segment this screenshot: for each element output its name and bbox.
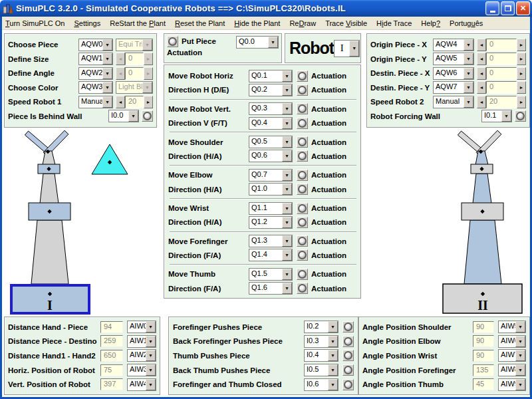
address-combo[interactable]: AQW5▼ [433,53,474,65]
arrow-left-icon[interactable]: ◄ [116,67,125,80]
chevron-down-icon[interactable]: ▼ [102,53,112,65]
address-combo[interactable]: I0.2▼ [304,321,338,333]
arrow-left-icon[interactable]: ◄ [477,96,486,108]
address-combo[interactable]: AQW1▼ [78,53,113,65]
menu-settings[interactable]: Settings [74,19,100,27]
chevron-down-icon[interactable]: ▼ [268,37,278,48]
arrow-right-icon[interactable]: ► [144,96,153,108]
chevron-down-icon[interactable]: ▼ [128,110,138,122]
address-combo[interactable]: AQW3▼ [78,81,113,94]
arrow-right-icon[interactable]: ► [517,96,526,108]
value-spinner[interactable]: ◄0► [116,67,153,80]
arrow-right-icon[interactable]: ► [517,81,526,94]
put-piece-address-combo[interactable]: Q0.0 ▼ [236,36,279,49]
chevron-down-icon[interactable]: ▼ [282,136,292,148]
value-spinner[interactable]: ◄0► [477,67,526,80]
close-button[interactable]: ✕ [516,1,530,15]
chevron-down-icon[interactable]: ▼ [282,203,292,214]
chevron-down-icon[interactable]: ▼ [282,170,292,181]
title-bar[interactable]: SimuPLC 3.2.0 - Simulated Cooperative Ro… [0,0,532,17]
address-combo[interactable]: AIW0▼ [127,321,156,333]
value-spinner[interactable]: ◄0► [477,81,526,94]
chevron-down-icon[interactable]: ▼ [146,350,156,361]
chevron-down-icon[interactable]: ▼ [282,103,292,114]
chevron-down-icon[interactable]: ▼ [282,269,292,280]
address-combo[interactable]: Q0.4▼ [249,117,293,130]
value-spinner[interactable]: ◄0► [116,53,153,65]
chevron-down-icon[interactable]: ▼ [515,364,525,376]
arrow-right-icon[interactable]: ► [144,67,153,80]
arrow-left-icon[interactable]: ◄ [477,39,486,51]
arrow-right-icon[interactable]: ► [517,53,526,65]
chevron-down-icon[interactable]: ▼ [515,321,525,332]
address-combo[interactable]: AQW4▼ [433,39,474,51]
value-spinner[interactable]: ◄0► [477,53,526,65]
chevron-down-icon[interactable]: ▼ [102,68,112,79]
value-spinner[interactable]: ◄20► [116,96,153,108]
chevron-down-icon[interactable]: ▼ [349,41,359,57]
address-combo[interactable]: AQW0▼ [78,39,113,51]
chevron-down-icon[interactable]: ▼ [464,39,473,51]
address-combo[interactable]: Q0.5▼ [249,136,293,148]
address-combo[interactable]: Manual▼ [78,96,113,108]
chevron-down-icon[interactable]: ▼ [146,321,156,332]
chevron-down-icon[interactable]: ▼ [146,379,156,390]
address-combo[interactable]: Manual▼ [433,96,474,108]
address-combo[interactable]: AIW9▼ [498,378,526,391]
address-combo[interactable]: AIW5▼ [498,321,526,333]
address-combo[interactable]: Q0.1▼ [249,70,293,82]
address-combo[interactable]: Q1.0▼ [249,183,293,196]
menu-portugu-s[interactable]: Português [450,19,483,27]
chevron-down-icon[interactable]: ▼ [282,184,292,195]
chevron-down-icon[interactable]: ▼ [464,82,473,93]
menu-trace-visible[interactable]: Trace Visible [325,19,367,27]
chevron-down-icon[interactable]: ▼ [282,217,292,228]
chevron-down-icon[interactable]: ▼ [464,68,473,79]
address-combo[interactable]: Q1.2▼ [249,216,293,229]
chevron-down-icon[interactable]: ▼ [328,379,338,390]
address-combo[interactable]: Q1.3▼ [249,235,293,247]
chevron-down-icon[interactable]: ▼ [282,84,292,96]
value-combo[interactable]: Light Blue▼ [116,81,153,94]
arrow-right-icon[interactable]: ► [517,39,526,51]
robot-selector-combo[interactable]: I ▼ [334,40,360,57]
menu-restart-the-plant[interactable]: ReStart the Plant [110,19,166,27]
address-combo[interactable]: Q0.7▼ [249,169,293,182]
chevron-down-icon[interactable]: ▼ [328,336,338,347]
menu-hide-trace[interactable]: Hide Trace [376,19,412,27]
chevron-down-icon[interactable]: ▼ [464,53,473,65]
chevron-down-icon[interactable]: ▼ [102,96,112,108]
menu-turn-simuplc-on[interactable]: Turn SimuPLC On [5,19,65,27]
address-combo[interactable]: AQW7▼ [433,81,474,94]
chevron-down-icon[interactable]: ▼ [328,364,338,376]
chevron-down-icon[interactable]: ▼ [282,150,292,162]
arrow-right-icon[interactable]: ► [517,67,526,80]
address-combo[interactable]: Q1.6▼ [249,282,293,295]
arrow-left-icon[interactable]: ◄ [116,53,125,65]
address-combo[interactable]: AIW7▼ [498,349,526,362]
chevron-down-icon[interactable]: ▼ [142,39,152,51]
chevron-down-icon[interactable]: ▼ [146,336,156,347]
address-combo[interactable]: AIW2▼ [127,349,156,362]
address-combo[interactable]: I0.5▼ [304,364,338,376]
menu-reset-the-plant[interactable]: Reset the Plant [175,19,225,27]
chevron-down-icon[interactable]: ▼ [102,82,112,93]
chevron-down-icon[interactable]: ▼ [142,82,152,93]
address-combo[interactable]: Q0.6▼ [249,150,293,162]
restore-button[interactable] [501,1,515,15]
chevron-down-icon[interactable]: ▼ [515,336,525,347]
address-combo[interactable]: AIW6▼ [498,335,526,348]
address-combo[interactable]: AIW4▼ [127,378,156,391]
arrow-left-icon[interactable]: ◄ [477,67,486,80]
address-combo[interactable]: AQW2▼ [78,67,113,80]
chevron-down-icon[interactable]: ▼ [328,321,338,332]
value-spinner[interactable]: ◄20► [477,96,526,108]
minimize-button[interactable] [485,1,499,15]
address-combo[interactable]: Q0.3▼ [249,102,293,115]
menu-hide-the-plant[interactable]: Hide the Plant [234,19,280,27]
chevron-down-icon[interactable]: ▼ [501,110,511,122]
address-combo[interactable]: AQW6▼ [433,67,474,80]
menu-redraw[interactable]: ReDraw [289,19,316,27]
address-combo[interactable]: I0.1▼ [481,110,512,122]
value-combo[interactable]: Equi Trian▼ [116,39,153,51]
